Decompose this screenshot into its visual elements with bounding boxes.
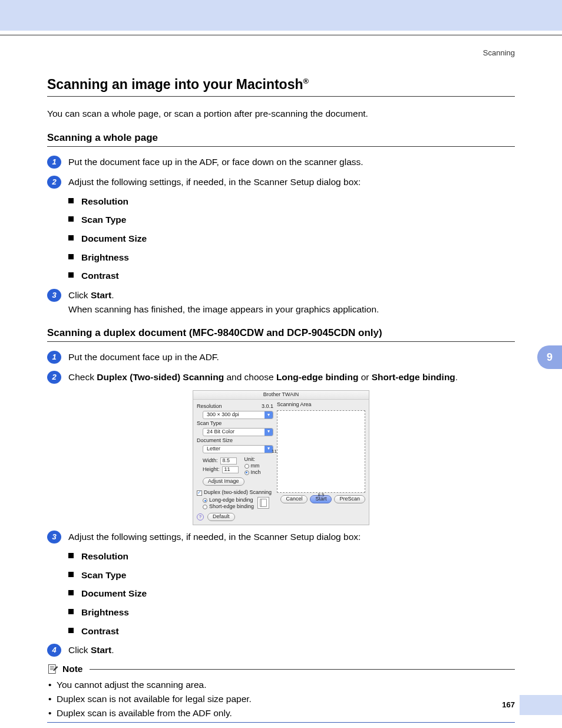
- binding-icon: [257, 497, 269, 509]
- note-bottom-rule: [47, 722, 515, 723]
- list-item: Document Size: [68, 232, 515, 245]
- page-title-text: Scanning an image into your Macintosh: [47, 77, 303, 92]
- step3-pre: Click: [68, 290, 91, 300]
- radio-icon: [203, 498, 207, 503]
- step-text: Click Start. When scanning has finished,…: [68, 288, 515, 317]
- radio-icon: [244, 470, 249, 475]
- header-divider: [0, 35, 562, 35]
- step-text: Check Duplex (Two-sided) Scanning and ch…: [68, 370, 515, 384]
- header-label: Scanning: [483, 48, 515, 57]
- width-label: Width:: [203, 458, 218, 464]
- scantype-value: 24 Bit Color: [207, 429, 234, 435]
- step-text: Click Start.: [68, 643, 515, 657]
- radio-icon: [203, 505, 207, 509]
- s2-mid: and choose: [224, 372, 276, 382]
- list-item: Brightness: [68, 606, 515, 619]
- note-item: Duplex scan is available from the ADF on…: [47, 708, 515, 719]
- twain-dialog: Brother TWAIN Resolution 3.0.1 300 × 300…: [193, 390, 369, 525]
- height-field[interactable]: 11: [222, 466, 239, 473]
- ruler-tick-h: 8.5: [318, 493, 324, 498]
- cancel-button[interactable]: Cancel: [280, 495, 308, 503]
- step-text: Put the document face up in the ADF.: [68, 350, 515, 364]
- step-text: Adjust the following settings, if needed…: [68, 175, 515, 189]
- default-button[interactable]: Default: [207, 513, 235, 521]
- height-label: Height:: [203, 467, 220, 473]
- list-item: Contrast: [68, 625, 515, 638]
- list-item: Document Size: [68, 587, 515, 600]
- page-number-bar: [520, 695, 562, 715]
- duplex-step-1: 1 Put the document face up in the ADF.: [47, 350, 515, 364]
- note-item: Duplex scan is not available for legal s…: [47, 694, 515, 704]
- s4-bold: Start: [91, 645, 111, 655]
- unit-label: Unit:: [244, 457, 261, 463]
- list-item: Brightness: [68, 251, 515, 264]
- short-edge-label: Short-edge binding: [209, 504, 254, 510]
- width-field[interactable]: 8.5: [220, 457, 237, 465]
- duplex-step-4: 4 Click Start.: [47, 643, 515, 657]
- note-item: You cannot adjust the scanning area.: [47, 680, 515, 690]
- step-badge: 1: [47, 156, 61, 169]
- scantype-select[interactable]: 24 Bit Color ▾: [203, 428, 273, 436]
- settings-list-1: Resolution Scan Type Document Size Brigh…: [68, 195, 515, 282]
- subheading-duplex: Scanning a duplex document (MFC-9840CDW …: [47, 327, 515, 342]
- unit-mm-label: mm: [251, 463, 260, 469]
- note-heading: Note: [47, 663, 515, 675]
- s2-or: or: [358, 372, 371, 382]
- step-3: 3 Click Start. When scanning has finishe…: [47, 288, 515, 317]
- width-row: Width: 8.5: [203, 457, 239, 465]
- adjust-image-button[interactable]: Adjust Image: [203, 477, 244, 486]
- checkbox-icon: ✓: [197, 490, 202, 496]
- page-number: 167: [502, 700, 515, 709]
- note-label: Note: [62, 664, 82, 674]
- header-bar: [0, 0, 562, 31]
- s4-pre: Click: [68, 645, 91, 655]
- step-text: Adjust the following settings, if needed…: [68, 530, 515, 544]
- radio-icon: [244, 464, 249, 469]
- long-edge-label: Long-edge binding: [209, 498, 253, 503]
- s2-b2: Long-edge binding: [276, 372, 358, 382]
- scantype-label: Scan Type: [197, 421, 273, 427]
- subheading-whole-page: Scanning a whole page: [47, 132, 515, 147]
- duplex-checkbox-row[interactable]: ✓ Duplex (two-sided) Scanning: [197, 490, 273, 496]
- list-item: Resolution: [68, 550, 515, 563]
- step-2: 2 Adjust the following settings, if need…: [47, 175, 515, 189]
- step-text: Put the document face up in the ADF, or …: [68, 155, 515, 169]
- unit-inch-row[interactable]: Inch: [244, 470, 261, 476]
- intro-text: You can scan a whole page, or scan a por…: [47, 107, 515, 120]
- s2-b1: Duplex (Two-sided) Scanning: [97, 372, 224, 382]
- help-icon[interactable]: ?: [197, 513, 204, 521]
- scanning-area-preview[interactable]: 11 8.5: [277, 410, 365, 493]
- step-badge: 2: [47, 371, 61, 384]
- note-rule: [90, 669, 515, 670]
- step-badge: 3: [47, 531, 61, 543]
- step-badge: 4: [47, 644, 61, 657]
- step-badge: 2: [47, 176, 61, 189]
- duplex-step-2: 2 Check Duplex (Two-sided) Scanning and …: [47, 370, 515, 384]
- step3-line2: When scanning has finished, the image ap…: [68, 304, 379, 314]
- list-item: Contrast: [68, 269, 515, 282]
- dropdown-icon: ▾: [265, 411, 273, 419]
- short-edge-radio[interactable]: Short-edge binding: [203, 504, 254, 510]
- chapter-tab: 9: [537, 345, 562, 369]
- dropdown-icon: ▾: [265, 429, 273, 436]
- resolution-select[interactable]: 300 × 300 dpi ▾: [203, 411, 273, 419]
- height-row: Height: 11: [203, 466, 239, 473]
- page-title: Scanning an image into your Macintosh®: [47, 77, 515, 97]
- res-label-text: Resolution: [197, 404, 222, 410]
- list-item: Scan Type: [68, 569, 515, 582]
- note-icon: [47, 663, 59, 675]
- docsize-select[interactable]: Letter ▾: [203, 445, 273, 453]
- prescan-button[interactable]: PreScan: [334, 495, 365, 503]
- long-edge-radio[interactable]: Long-edge binding: [203, 498, 254, 503]
- dialog-screenshot: Brother TWAIN Resolution 3.0.1 300 × 300…: [47, 390, 515, 525]
- settings-list-2: Resolution Scan Type Document Size Brigh…: [68, 550, 515, 637]
- svg-rect-1: [261, 499, 266, 507]
- page-content: Scanning an image into your Macintosh® Y…: [47, 77, 515, 723]
- duplex-check-label: Duplex (two-sided) Scanning: [204, 490, 272, 496]
- step3-post: .: [111, 290, 114, 300]
- step-1: 1 Put the document face up in the ADF, o…: [47, 155, 515, 169]
- note-list: You cannot adjust the scanning area. Dup…: [47, 680, 515, 719]
- s4-post: .: [111, 645, 114, 655]
- unit-mm-row[interactable]: mm: [244, 463, 261, 469]
- resolution-label: Resolution 3.0.1: [197, 404, 273, 410]
